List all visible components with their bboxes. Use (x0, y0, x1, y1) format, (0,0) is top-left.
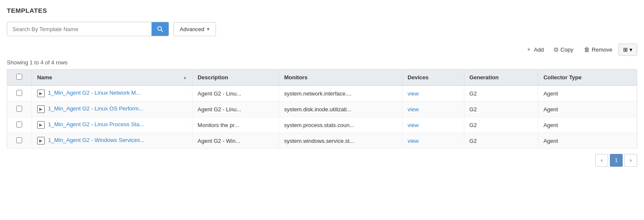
page-1-button[interactable]: 1 (610, 154, 623, 167)
row-monitors-2: system.process.stats.coun... (279, 117, 402, 133)
pagination: ‹ 1 › (7, 154, 637, 167)
grid-chevron-icon: ▾ (629, 46, 632, 53)
search-icon (157, 26, 163, 32)
chevron-down-icon: ▾ (207, 26, 210, 32)
add-button[interactable]: ＋ Add (522, 43, 548, 56)
row-devices-link-0[interactable]: view (408, 90, 419, 97)
row-generation-0: G2 (464, 86, 538, 101)
templates-table: Name ▲ Description Monitors Devices Gene… (7, 69, 637, 149)
svg-line-1 (161, 30, 163, 32)
row-checkbox-cell-3[interactable] (7, 133, 32, 149)
row-devices-0[interactable]: view (402, 86, 464, 101)
row-checkbox-cell-2[interactable] (7, 117, 32, 133)
row-name-link-0[interactable]: 1_Min_Agent G2 - Linux Network M... (48, 90, 141, 96)
row-name-link-2[interactable]: 1_Min_Agent G2 - Linux Process Sta... (48, 121, 144, 127)
row-monitors-0: system.network.interface.... (279, 86, 402, 101)
row-generation-1: G2 (464, 101, 538, 117)
copy-label: Copy (560, 46, 573, 53)
select-all-checkbox[interactable] (16, 74, 22, 80)
search-input[interactable] (7, 23, 152, 36)
row-collector-type-1: Agent (538, 101, 637, 117)
row-desc-3: Agent G2 - Win... (192, 133, 279, 149)
row-checkbox-0[interactable] (16, 90, 22, 96)
grid-view-button[interactable]: ⊞ ▾ (618, 43, 637, 56)
header-select-all[interactable] (7, 69, 32, 86)
table-row: ▶ 1_Min_Agent G2 - Linux Network M... Ag… (7, 86, 637, 101)
trash-icon: 🗑 (584, 46, 590, 53)
row-devices-link-3[interactable]: view (408, 138, 419, 144)
row-name-0: ▶ 1_Min_Agent G2 - Linux Network M... (32, 86, 192, 101)
grid-icon: ⊞ (623, 46, 628, 53)
rows-info: Showing 1 to 4 of 4 rows (7, 59, 637, 66)
toolbar-row: Advanced ▾ (7, 22, 637, 36)
table-row: ▶ 1_Min_Agent G2 - Windows Services... A… (7, 133, 637, 149)
row-checkbox-cell-0[interactable] (7, 86, 32, 101)
row-monitors-3: system.windows.service.st... (279, 133, 402, 149)
table-header-row: Name ▲ Description Monitors Devices Gene… (7, 69, 637, 86)
row-devices-link-2[interactable]: view (408, 122, 419, 128)
row-desc-2: Monitors the pr... (192, 117, 279, 133)
header-description: Description (192, 69, 279, 86)
row-collector-type-2: Agent (538, 117, 637, 133)
copy-icon: ⧉ (554, 46, 558, 53)
row-generation-2: G2 (464, 117, 538, 133)
remove-button[interactable]: 🗑 Remove (580, 43, 617, 55)
plus-icon: ＋ (526, 46, 532, 53)
next-page-button[interactable]: › (624, 154, 637, 167)
expand-icon-3[interactable]: ▶ (37, 137, 45, 145)
row-devices-link-1[interactable]: view (408, 106, 419, 113)
header-name: Name ▲ (32, 69, 192, 86)
row-monitors-1: system.disk.inode.utilizati... (279, 101, 402, 117)
header-collector-type: Collector Type (538, 69, 637, 86)
page-title: TEMPLATES (7, 7, 637, 14)
row-collector-type-0: Agent (538, 86, 637, 101)
row-checkbox-3[interactable] (16, 137, 22, 143)
sort-arrow-icon: ▲ (183, 75, 187, 80)
header-devices: Devices (402, 69, 464, 86)
row-name-2: ▶ 1_Min_Agent G2 - Linux Process Sta... (32, 117, 192, 133)
row-desc-0: Agent G2 - Linu... (192, 86, 279, 101)
advanced-dropdown-button[interactable]: Advanced ▾ (173, 22, 216, 36)
row-name-3: ▶ 1_Min_Agent G2 - Windows Services... (32, 133, 192, 149)
row-checkbox-1[interactable] (16, 106, 22, 112)
search-wrapper (7, 22, 169, 36)
row-generation-3: G2 (464, 133, 538, 149)
copy-button[interactable]: ⧉ Copy (550, 43, 577, 56)
header-monitors: Monitors (279, 69, 402, 86)
svg-point-0 (157, 26, 161, 30)
row-checkbox-2[interactable] (16, 122, 22, 127)
row-desc-1: Agent G2 - Linu... (192, 101, 279, 117)
row-devices-1[interactable]: view (402, 101, 464, 117)
expand-icon-2[interactable]: ▶ (37, 121, 45, 129)
remove-label: Remove (592, 46, 612, 53)
row-devices-3[interactable]: view (402, 133, 464, 149)
header-generation: Generation (464, 69, 538, 86)
add-label: Add (534, 46, 544, 53)
row-name-1: ▶ 1_Min_Agent G2 - Linux OS Perform... (32, 101, 192, 117)
row-checkbox-cell-1[interactable] (7, 101, 32, 117)
expand-icon-0[interactable]: ▶ (37, 90, 45, 97)
row-name-link-3[interactable]: 1_Min_Agent G2 - Windows Services... (48, 137, 145, 143)
advanced-label: Advanced (180, 26, 204, 32)
row-devices-2[interactable]: view (402, 117, 464, 133)
search-button[interactable] (152, 22, 169, 36)
expand-icon-1[interactable]: ▶ (37, 105, 45, 113)
table-row: ▶ 1_Min_Agent G2 - Linux OS Perform... A… (7, 101, 637, 117)
row-name-link-1[interactable]: 1_Min_Agent G2 - Linux OS Perform... (48, 105, 143, 112)
table-row: ▶ 1_Min_Agent G2 - Linux Process Sta... … (7, 117, 637, 133)
row-collector-type-3: Agent (538, 133, 637, 149)
prev-page-button[interactable]: ‹ (595, 154, 608, 167)
action-row: ＋ Add ⧉ Copy 🗑 Remove ⊞ ▾ (7, 43, 637, 56)
